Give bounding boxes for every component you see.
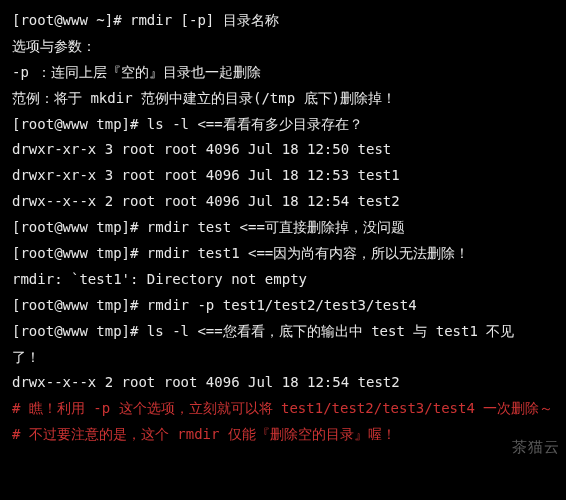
terminal-line: [root@www tmp]# ls -l <==看看有多少目录存在？ [12,112,554,138]
terminal-line: [root@www tmp]# rmdir test1 <==因为尚有内容，所以… [12,241,554,267]
terminal-line: drwx--x--x 2 root root 4096 Jul 18 12:54… [12,189,554,215]
terminal-line: [root@www ~]# rmdir [-p] 目录名称 [12,8,554,34]
terminal-line: # 瞧！利用 -p 这个选项，立刻就可以将 test1/test2/test3/… [12,396,554,422]
terminal-line: # 不过要注意的是，这个 rmdir 仅能『删除空的目录』喔！ [12,422,554,448]
terminal-line: 范例：将于 mkdir 范例中建立的目录(/tmp 底下)删除掉！ [12,86,554,112]
terminal-output: [root@www ~]# rmdir [-p] 目录名称选项与参数：-p ：连… [12,8,554,448]
terminal-line: drwxr-xr-x 3 root root 4096 Jul 18 12:53… [12,163,554,189]
terminal-line: drwxr-xr-x 3 root root 4096 Jul 18 12:50… [12,137,554,163]
terminal-line: drwx--x--x 2 root root 4096 Jul 18 12:54… [12,370,554,396]
terminal-line: [root@www tmp]# rmdir -p test1/test2/tes… [12,293,554,319]
terminal-line: 了！ [12,345,554,371]
terminal-line: rmdir: `test1': Directory not empty [12,267,554,293]
terminal-line: [root@www tmp]# ls -l <==您看看，底下的输出中 test… [12,319,554,345]
terminal-line: -p ：连同上层『空的』目录也一起删除 [12,60,554,86]
terminal-line: [root@www tmp]# rmdir test <==可直接删除掉，没问题 [12,215,554,241]
terminal-line: 选项与参数： [12,34,554,60]
